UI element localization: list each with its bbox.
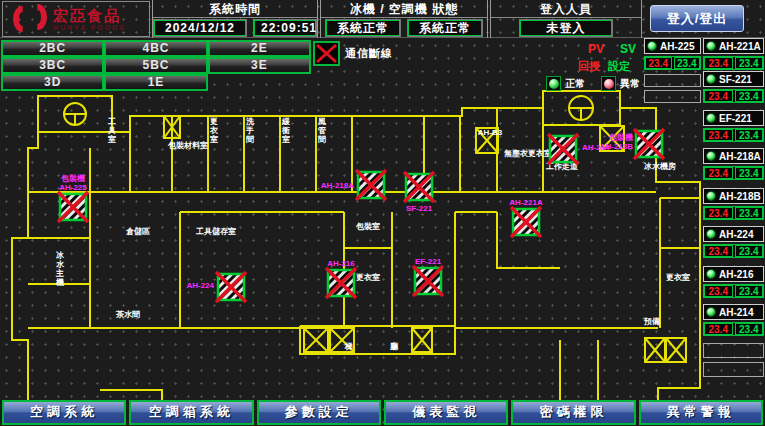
unit-marker[interactable]: AH-224 [186,272,246,302]
unit-values-row: 23.423.4 [703,56,764,70]
header-bar: 宏亞食品 HUNYA FOODS 系統時間 2024/12/12 22:09:5… [0,0,765,38]
unit-status-led [706,41,716,51]
unit-values-row: 23.423.4 [703,322,764,336]
abnormal-lamp-label: 異常 [620,77,640,91]
unit-button-sf-221[interactable]: SF-221 [703,71,764,87]
floor-button-2bc[interactable]: 2BC [1,40,104,57]
room-label: 倉儲區 [125,227,150,236]
floor-button-3e[interactable]: 3E [208,57,311,74]
login-logout-button[interactable]: 登入/登出 [650,5,744,32]
unit-marker-label: 包裝機 [60,174,85,183]
unit-marker[interactable]: 包裝機AH-225 [58,174,88,222]
unit-button-ah-218a[interactable]: AH-218A [703,148,764,164]
unit-button-ah-225[interactable]: AH-225 [644,38,701,54]
unit-slot-ah-216: AH-21623.423.4 [703,266,764,298]
unit-marker[interactable]: SF-221 [404,172,434,213]
room-label: AH-B3 [478,128,503,137]
unit-slot-ah-224: AH-22423.423.4 [703,226,764,258]
sv-label: SV [620,42,636,56]
machine-status-label: 冰機 / 空調機 狀態 [321,0,487,18]
room-label: 無塵衣更衣室 [503,148,552,158]
unit-name-label: AH-225 [660,41,694,52]
ahu-status-value: 系統正常 [408,20,482,36]
lift-icon [645,338,665,362]
unit-values-row: 23.423.4 [703,206,764,220]
nav-button-密碼權限[interactable]: 密碼權限 [511,400,635,425]
unit-marker[interactable]: AH-218A [321,170,386,200]
unit-values-row: 23.423.4 [703,128,764,142]
nav-button-空調箱系統[interactable]: 空調箱系統 [129,400,253,425]
unit-name-label: AH-218B [719,191,761,202]
unit-button-ah-224[interactable]: AH-224 [703,226,764,242]
room-label: 冰水機房 [644,161,676,171]
unit-marker-label: AH-218B [600,142,634,151]
unit-button-ah-214[interactable]: AH-214 [703,304,764,320]
floor-button-grid: 2BC4BC2E3BC5BC3E3D1E [1,40,311,91]
room-label: 洗手間 [245,117,255,144]
unit-marker[interactable]: 包裝機AH-218B [600,129,664,159]
unit-sv-value: 23.4 [735,245,764,257]
unit-slot-empty [703,343,764,358]
floor-button-3bc[interactable]: 3BC [1,57,104,74]
stairs-icon [64,103,86,125]
unit-pv-value: 23.4 [704,323,733,335]
room-label: 更衣室 [209,117,219,144]
unit-marker-label: AH-225 [59,183,87,192]
lift-icon [304,328,328,352]
unit-button-ef-221[interactable]: EF-221 [703,110,764,126]
unit-marker-label: AH-218A [321,181,355,190]
unit-button-ah-218b[interactable]: AH-218B [703,188,764,204]
unit-slot-empty [644,90,701,103]
unit-name-label: SF-221 [719,74,752,85]
unit-name-label: AH-214 [719,307,753,318]
machine-status-section: 冰機 / 空調機 狀態 系統正常 系統正常 [320,0,488,38]
unit-values-row: 23.423.4 [644,56,701,70]
room-label: 預備 [643,317,661,326]
nav-button-儀表監視[interactable]: 儀表監視 [384,400,508,425]
comm-loss-label: 通信斷線 [345,46,393,61]
unit-sv-value: 23.4 [735,207,764,219]
login-label: 登入人員 [491,0,641,18]
unit-slot-ah-225: AH-22523.423.4 [644,38,701,70]
pv-sv-legend: PV SV 回授 設定 正常 異常 [540,40,644,94]
unit-status-led [706,269,716,279]
abnormal-lamp-legend: 異常 [601,76,640,91]
pv-name-label: 回授 [578,59,600,74]
unit-marker-label: 包裝機 [608,133,633,142]
nav-button-空調系統[interactable]: 空調系統 [2,400,126,425]
unit-marker-label: AH-216 [327,259,355,268]
unit-name-label: AH-218A [719,151,761,162]
floor-button-2e[interactable]: 2E [208,40,311,57]
login-user-value: 未登入 [520,20,612,36]
unit-slot-empty [644,74,701,87]
unit-pv-value: 23.4 [704,285,733,297]
unit-marker-label: EF-221 [415,257,442,266]
logo-subtitle: HUNYA FOODS [53,24,126,31]
unit-slot-ef-221: EF-22123.423.4 [703,110,764,142]
normal-lamp-label: 正常 [565,77,585,91]
floor-button-3d[interactable]: 3D [1,74,104,91]
floor-button-4bc[interactable]: 4BC [104,40,207,57]
system-date-value: 2024/12/12 [154,20,246,36]
unit-marker[interactable]: AH-221A [509,198,543,237]
unit-status-led [647,41,657,51]
unit-status-led [706,74,716,84]
unit-marker[interactable]: AH-216 [326,259,356,298]
unit-sv-value: 23.4 [674,57,701,69]
unit-values-row: 23.423.4 [703,166,764,180]
unit-marker-label: AH-221A [509,198,543,207]
nav-button-參數設定[interactable]: 參數設定 [257,400,381,425]
unit-name-label: AH-224 [719,229,753,240]
unit-values-row: 23.423.4 [703,89,764,103]
unit-marker[interactable]: EF-221 [413,257,443,296]
unit-marker-label: SF-221 [406,204,433,213]
logo-icon [13,4,47,34]
room-label: 更衣室 [666,272,690,282]
floor-button-5bc[interactable]: 5BC [104,57,207,74]
nav-button-異常警報[interactable]: 異常警報 [639,400,763,425]
floor-button-1e[interactable]: 1E [104,74,207,91]
unit-slot-ah-221a: AH-221A23.423.4 [703,38,764,70]
unit-button-ah-221a[interactable]: AH-221A [703,38,764,54]
unit-status-led [706,229,716,239]
unit-button-ah-216[interactable]: AH-216 [703,266,764,282]
